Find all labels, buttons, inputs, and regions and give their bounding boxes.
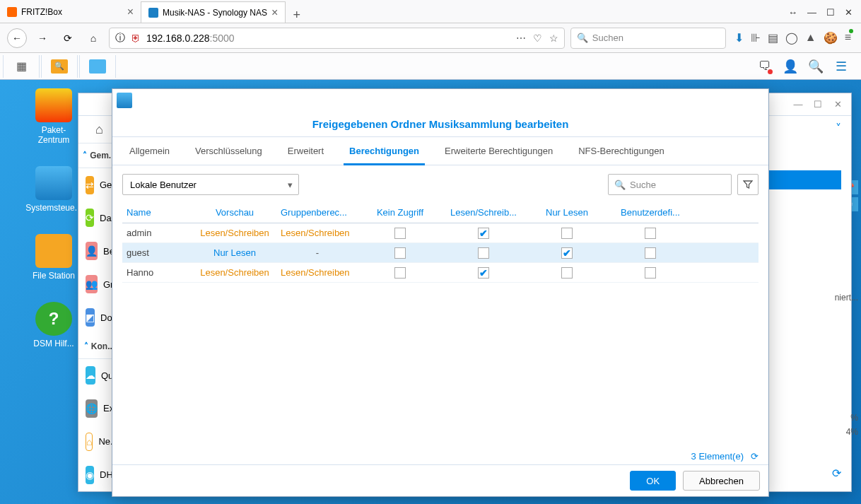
file-station-task[interactable]: 🔍 [41,55,78,78]
insecure-icon: ⛨ [131,33,141,44]
resize-icon[interactable]: ↔ [788,7,797,18]
search-box[interactable]: 🔍 Suchen [570,28,726,49]
new-tab-button[interactable]: + [286,8,308,23]
close-window-icon[interactable]: ✕ [845,7,853,18]
table-row[interactable]: adminLesen/SchreibenLesen/Schreiben [122,223,758,243]
library-icon[interactable]: ⊪ [751,31,761,45]
account-icon[interactable]: ◯ [785,31,798,45]
checkbox-noaccess[interactable] [394,267,406,279]
checkbox-noaccess[interactable] [394,247,406,259]
cell-preview: Nur Lesen [193,247,276,258]
star-icon[interactable]: ☆ [549,33,558,44]
close-icon[interactable]: × [271,6,278,19]
browser-toolbar: ← → ⟳ ⌂ ⓘ ⛨ 192.168.0.228:5000 ⋯ ♡ ☆ 🔍 S… [0,23,861,53]
fritz-icon [7,7,17,17]
menu-icon[interactable]: ≡ [845,31,851,45]
col-group[interactable]: Gruppenberec... [276,202,358,223]
cell-group: Lesen/Schreiben [276,267,358,278]
reload-icon[interactable]: ⟳ [751,451,758,462]
back-button[interactable]: ← [7,28,27,48]
more-icon[interactable]: ⋯ [516,33,526,44]
element-count: 3 Element(e) [691,451,744,462]
info-icon[interactable]: ⓘ [115,32,125,45]
col-rw[interactable]: Lesen/Schreib... [442,202,525,223]
minimize-icon[interactable]: — [790,99,806,110]
dsm-taskbar: ▦ 🔍 🗨 👤 🔍 ☰ [0,53,861,80]
tab-general[interactable]: Allgemein [117,137,182,165]
shield-icon[interactable]: ♡ [533,33,542,44]
reload-button[interactable]: ⟳ [58,28,78,48]
ext1-icon[interactable]: ▲ [805,31,816,45]
col-name[interactable]: Name [122,202,193,223]
checkbox-custom[interactable] [645,267,656,279]
user-scope-dropdown[interactable]: Lokale Benutzer [122,174,299,195]
col-preview[interactable]: Vorschau [193,202,276,223]
modal-titlebar[interactable] [112,89,768,112]
dsm-help-icon[interactable]: ?DSM Hilf... [28,302,79,348]
dsm-desktop: ▦ 🔍 🗨 👤 🔍 ☰ Paket-Zentrum Systemsteue...… [0,53,861,504]
maximize-icon[interactable]: ☐ [810,99,826,110]
checkbox-ro[interactable] [561,267,573,279]
col-custom[interactable]: Benutzerdefi... [609,202,692,223]
tab-encryption[interactable]: Verschlüsselung [182,137,275,165]
close-icon[interactable]: × [127,6,134,18]
col-noaccess[interactable]: Kein Zugriff [358,202,442,223]
edit-shared-folder-dialog: Freigegebenen Ordner Musiksammlung bearb… [112,88,769,497]
forward-button[interactable]: → [33,28,52,48]
file-station-icon[interactable]: File Station [28,234,79,281]
tab-permissions[interactable]: Berechtigungen [336,137,432,165]
col-ro[interactable]: Nur Lesen [525,202,609,223]
tab-fritzbox[interactable]: FRITZ!Box × [0,1,141,23]
user-icon[interactable]: 👤 [780,57,800,76]
cp-reload-icon[interactable]: ⟳ [832,467,841,480]
tab-synology[interactable]: Musik-NAS - Synology NAS × [141,1,286,23]
notification-icon[interactable]: 🗨 [755,57,775,76]
table-row[interactable]: guestNur Lesen- [122,243,758,263]
permission-search[interactable]: 🔍 Suche [608,174,732,195]
tab-label: FRITZ!Box [21,7,62,17]
checkbox-rw[interactable] [478,267,489,279]
tab-nfs-permissions[interactable]: NFS-Berechtigungen [566,137,676,165]
close-icon[interactable]: ✕ [830,99,845,110]
cancel-button[interactable]: Abbrechen [683,471,760,491]
maximize-icon[interactable]: ☐ [826,7,835,18]
right-pct1: % [850,413,858,423]
checkbox-rw[interactable] [478,247,489,259]
right-text: niert... [835,293,858,303]
cell-preview: Lesen/Schreiben [193,228,276,238]
search-icon[interactable]: 🔍 [806,57,826,76]
dsm-icon [148,8,158,18]
browser-tab-strip: FRITZ!Box × Musik-NAS - Synology NAS × +… [0,0,861,23]
checkbox-custom[interactable] [645,247,656,259]
url-host: 192.168.0.228 [146,33,210,44]
sidebar-icon[interactable]: ▤ [768,31,778,45]
cp-expand-icon[interactable]: ˅ [836,122,841,135]
main-menu-button[interactable]: ▦ [3,55,40,78]
package-center-icon[interactable]: Paket-Zentrum [28,88,79,145]
home-button[interactable]: ⌂ [83,28,103,48]
address-bar[interactable]: ⓘ ⛨ 192.168.0.228:5000 ⋯ ♡ ☆ [109,28,565,49]
modal-app-icon [117,93,132,108]
search-icon: 🔍 [614,180,626,190]
minimize-icon[interactable]: — [807,7,816,18]
tab-adv-permissions[interactable]: Erweiterte Berechtigungen [432,137,566,165]
ok-button[interactable]: OK [630,471,676,491]
control-panel-icon[interactable]: Systemsteue... [28,166,79,213]
checkbox-custom[interactable] [645,228,656,239]
control-panel-task[interactable] [79,55,116,78]
download-icon[interactable]: ⬇ [734,31,744,45]
url-port: :5000 [210,33,235,44]
cell-name: Hanno [122,267,193,278]
table-row[interactable]: HannoLesen/SchreibenLesen/Schreiben [122,263,758,283]
modal-footer: OK Abbrechen [112,464,768,496]
checkbox-ro[interactable] [561,228,573,239]
widget-icon[interactable]: ☰ [831,57,851,76]
tab-advanced[interactable]: Erweitert [275,137,336,165]
checkbox-noaccess[interactable] [394,228,406,239]
checkbox-rw[interactable] [478,228,489,239]
cell-name: admin [122,228,193,238]
ext2-icon[interactable]: 🍪 [824,31,838,45]
tab-label: Musik-NAS - Synology NAS [163,8,267,18]
filter-button[interactable] [737,174,758,195]
checkbox-ro[interactable] [561,247,573,259]
